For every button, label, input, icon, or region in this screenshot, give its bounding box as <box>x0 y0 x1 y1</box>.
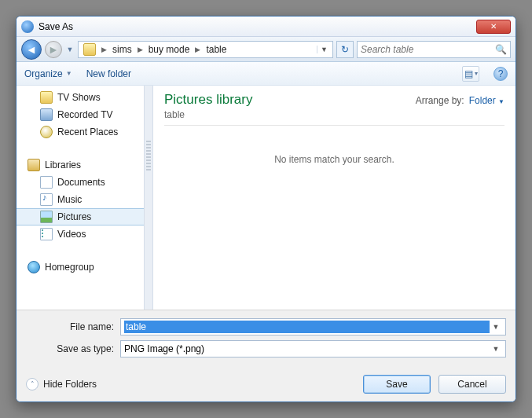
save-button[interactable]: Save <box>363 375 431 394</box>
chevron-right-icon[interactable]: ▶ <box>193 46 203 53</box>
organize-button[interactable]: Organize▼ <box>24 68 72 79</box>
chevron-down-icon: ▼ <box>498 98 504 105</box>
arrange-by-dropdown[interactable]: Folder ▼ <box>469 95 504 106</box>
sidebar-item-tv-shows[interactable]: TV Shows <box>17 89 144 106</box>
window-title: Save As <box>39 21 476 32</box>
arrange-label: Arrange by: <box>416 95 464 106</box>
titlebar[interactable]: Save As ✕ <box>17 16 515 37</box>
monitor-icon <box>40 108 53 121</box>
filename-dropdown[interactable]: ▼ <box>490 323 502 331</box>
sidebar-group-homegroup[interactable]: Homegroup <box>17 258 144 276</box>
folder-icon <box>83 43 96 56</box>
sidebar-item-recent-places[interactable]: Recent Places <box>17 123 144 141</box>
breadcrumb-buy-mode[interactable]: buy mode <box>145 44 193 55</box>
address-bar[interactable]: ▶ sims ▶ buy mode ▶ table ▼ <box>78 41 333 58</box>
breadcrumb-sims[interactable]: sims <box>109 44 135 55</box>
splitter[interactable] <box>144 86 153 310</box>
save-as-dialog: Save As ✕ ◄ ► ▼ ▶ sims ▶ buy mode ▶ tabl… <box>16 16 516 402</box>
sidebar-item-pictures[interactable]: Pictures <box>17 208 144 226</box>
videos-icon <box>40 228 53 240</box>
back-button[interactable]: ◄ <box>21 39 42 60</box>
search-box[interactable]: 🔍 <box>357 41 511 58</box>
homegroup-icon <box>28 261 40 273</box>
navbar: ◄ ► ▼ ▶ sims ▶ buy mode ▶ table ▼ ↻ 🔍 <box>17 37 515 62</box>
cancel-button[interactable]: Cancel <box>438 375 506 394</box>
save-type-select[interactable]: PNG Image (*.png) ▼ <box>120 340 506 358</box>
view-icon: ▤ <box>464 68 473 79</box>
filename-value[interactable]: table <box>124 321 490 333</box>
close-button[interactable]: ✕ <box>476 20 511 34</box>
content-area: TV Shows Recorded TV Recent Places Libra… <box>17 86 515 310</box>
empty-message: No items match your search. <box>164 126 504 303</box>
address-dropdown[interactable]: ▼ <box>317 46 331 53</box>
sidebar-item-music[interactable]: Music <box>17 191 144 208</box>
help-button[interactable]: ? <box>493 67 508 81</box>
arrange-by: Arrange by: Folder ▼ <box>416 92 504 106</box>
sidebar: TV Shows Recorded TV Recent Places Libra… <box>17 86 144 310</box>
grip-icon <box>146 141 151 172</box>
save-type-value: PNG Image (*.png) <box>124 343 490 354</box>
sidebar-item-videos[interactable]: Videos <box>17 226 144 243</box>
toolbar: Organize▼ New folder ▤▾ ? <box>17 62 515 86</box>
footer: ˄ Hide Folders Save Cancel <box>17 368 515 402</box>
breadcrumb-table[interactable]: table <box>203 44 229 55</box>
library-subtitle: table <box>164 109 252 120</box>
save-type-dropdown[interactable]: ▼ <box>490 345 502 353</box>
form-area: File name: table ▼ Save as type: PNG Ima… <box>17 310 515 368</box>
sidebar-group-libraries[interactable]: Libraries <box>17 156 144 174</box>
filename-input[interactable]: table ▼ <box>120 318 506 336</box>
search-icon[interactable]: 🔍 <box>495 44 507 55</box>
new-folder-button[interactable]: New folder <box>86 68 131 79</box>
forward-button[interactable]: ► <box>45 41 62 58</box>
folder-icon <box>40 91 53 104</box>
refresh-button[interactable]: ↻ <box>336 41 354 58</box>
save-type-label: Save as type: <box>26 343 120 354</box>
chevron-up-icon: ˄ <box>26 378 39 390</box>
main-pane: Pictures library table Arrange by: Folde… <box>153 86 515 310</box>
sidebar-item-recorded-tv[interactable]: Recorded TV <box>17 106 144 123</box>
chevron-right-icon[interactable]: ▶ <box>99 46 109 53</box>
documents-icon <box>40 176 53 189</box>
libraries-icon <box>28 159 40 171</box>
music-icon <box>40 193 53 206</box>
chevron-right-icon[interactable]: ▶ <box>135 46 145 53</box>
pictures-icon <box>40 211 53 223</box>
history-dropdown[interactable]: ▼ <box>65 41 75 58</box>
hide-folders-button[interactable]: ˄ Hide Folders <box>26 378 97 390</box>
app-icon <box>21 20 34 33</box>
search-input[interactable] <box>361 44 495 55</box>
sidebar-item-documents[interactable]: Documents <box>17 174 144 191</box>
view-options-button[interactable]: ▤▾ <box>462 66 479 82</box>
library-title: Pictures library <box>164 92 252 108</box>
filename-label: File name: <box>26 321 120 332</box>
recent-icon <box>40 126 53 138</box>
